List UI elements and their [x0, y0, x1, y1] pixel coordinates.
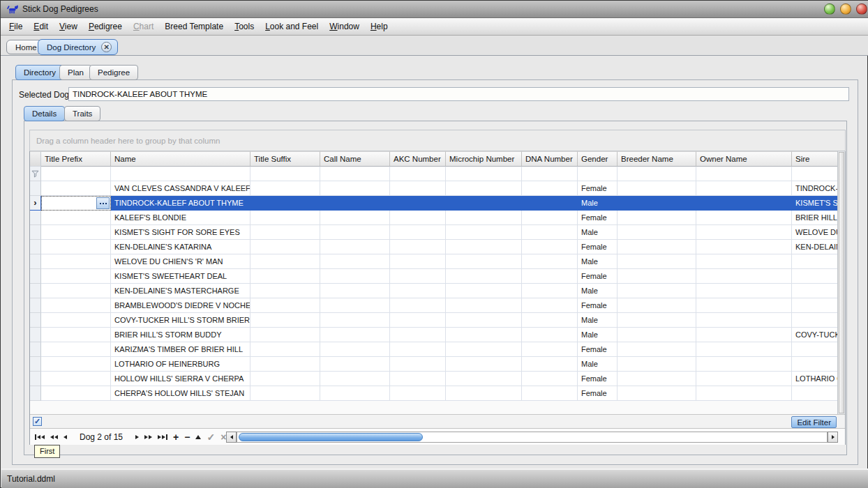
- cell-owner-name[interactable]: [696, 386, 792, 401]
- cell-sire[interactable]: [792, 298, 837, 313]
- cell-title-suffix[interactable]: [250, 254, 320, 269]
- cell-dna-number[interactable]: [522, 386, 578, 401]
- column-header-breeder-name[interactable]: Breeder Name: [618, 151, 696, 167]
- cell-breeder-name[interactable]: [618, 328, 696, 342]
- cell-sire[interactable]: [792, 284, 837, 298]
- tab-pedigree[interactable]: Pedigree: [89, 65, 138, 80]
- table-row[interactable]: WELOVE DU CHIEN'S 'R' MANMale: [30, 254, 837, 269]
- hscroll-left-button[interactable]: [226, 432, 237, 443]
- fast-forward-record-button[interactable]: [142, 432, 155, 443]
- cell-akc-number[interactable]: [390, 211, 446, 225]
- cell-sire[interactable]: [792, 254, 837, 269]
- cell-owner-name[interactable]: [696, 298, 792, 313]
- cell-title-prefix[interactable]: [41, 225, 111, 240]
- cell-microchip-number[interactable]: [446, 225, 522, 240]
- cell-owner-name[interactable]: [696, 357, 792, 372]
- cell-title-prefix[interactable]: [41, 386, 111, 401]
- cell-sire[interactable]: WELOVE DU (: [792, 225, 837, 240]
- menu-view[interactable]: View: [54, 20, 83, 33]
- menu-file[interactable]: File: [3, 20, 28, 33]
- cell-dna-number[interactable]: [522, 269, 578, 284]
- table-row[interactable]: BRIER HILL'S STORM BUDDYMaleCOVY-TUCKE: [30, 328, 837, 342]
- cell-dna-number[interactable]: [522, 240, 578, 254]
- cell-breeder-name[interactable]: [618, 386, 696, 401]
- cell-microchip-number[interactable]: [446, 342, 522, 357]
- cell-name[interactable]: HOLLOW HILLS' SIERRA V CHERPA: [111, 372, 250, 386]
- column-header-title-suffix[interactable]: Title Suffix: [250, 151, 320, 167]
- tab-dog-directory[interactable]: Dog Directory ✕: [38, 39, 118, 55]
- cell-call-name[interactable]: [320, 386, 390, 401]
- cell-breeder-name[interactable]: [618, 357, 696, 372]
- cell-owner-name[interactable]: [696, 181, 792, 196]
- cell-title-prefix[interactable]: [41, 240, 111, 254]
- menu-pedigree[interactable]: Pedigree: [83, 20, 128, 33]
- cell-dna-number[interactable]: [522, 342, 578, 357]
- cell-breeder-name[interactable]: [618, 342, 696, 357]
- column-header-name[interactable]: Name: [111, 151, 250, 167]
- cell-gender[interactable]: Male: [578, 328, 618, 342]
- prior-record-button[interactable]: [61, 432, 70, 443]
- cell-gender[interactable]: Male: [578, 225, 618, 240]
- column-header-dna-number[interactable]: DNA Number: [522, 151, 578, 167]
- filter-cell-title-suffix[interactable]: [250, 167, 320, 181]
- cell-title-suffix[interactable]: [250, 240, 320, 254]
- cell-sire[interactable]: COVY-TUCKE: [792, 328, 837, 342]
- cell-title-suffix[interactable]: [250, 328, 320, 342]
- cell-owner-name[interactable]: [696, 372, 792, 386]
- cell-breeder-name[interactable]: [618, 225, 696, 240]
- cell-akc-number[interactable]: [390, 240, 446, 254]
- cell-breeder-name[interactable]: [618, 254, 696, 269]
- tab-directory[interactable]: Directory: [15, 65, 64, 80]
- filter-cell-sire[interactable]: [792, 167, 837, 181]
- cell-sire[interactable]: KISMET'S SIG: [792, 196, 837, 211]
- table-row[interactable]: ›TINDROCK-KALEEF ABOUT THYMEMaleKISMET'S…: [30, 196, 837, 211]
- cell-akc-number[interactable]: [390, 196, 446, 211]
- cell-gender[interactable]: Male: [578, 284, 618, 298]
- cell-call-name[interactable]: [320, 313, 390, 328]
- filter-cell-name[interactable]: [111, 167, 250, 181]
- cell-sire[interactable]: TINDROCK-K: [792, 181, 837, 196]
- cell-dna-number[interactable]: [522, 225, 578, 240]
- cell-name[interactable]: KEN-DELAINE'S MASTERCHARGE: [111, 284, 250, 298]
- cell-dna-number[interactable]: [522, 196, 578, 211]
- filter-cell-microchip-number[interactable]: [446, 167, 522, 181]
- cell-gender[interactable]: Male: [578, 254, 618, 269]
- menu-chart[interactable]: Chart: [128, 20, 159, 33]
- cell-title-suffix[interactable]: [250, 211, 320, 225]
- tab-close-icon[interactable]: ✕: [101, 42, 112, 52]
- cell-title-prefix[interactable]: [41, 328, 111, 342]
- tab-traits[interactable]: Traits: [64, 106, 100, 121]
- cell-call-name[interactable]: [320, 254, 390, 269]
- cell-sire[interactable]: [792, 357, 837, 372]
- cell-breeder-name[interactable]: [618, 372, 696, 386]
- cell-akc-number[interactable]: [390, 342, 446, 357]
- cell-title-suffix[interactable]: [250, 181, 320, 196]
- cell-microchip-number[interactable]: [446, 313, 522, 328]
- cell-call-name[interactable]: [320, 342, 390, 357]
- delete-record-button[interactable]: −: [181, 432, 193, 443]
- cell-call-name[interactable]: [320, 298, 390, 313]
- cell-call-name[interactable]: [320, 269, 390, 284]
- cell-call-name[interactable]: [320, 196, 390, 211]
- last-record-button[interactable]: [155, 432, 170, 443]
- cell-owner-name[interactable]: [696, 240, 792, 254]
- cell-name[interactable]: COVY-TUCKER HILL'S STORM BRIER: [111, 313, 250, 328]
- cell-call-name[interactable]: [320, 225, 390, 240]
- cell-microchip-number[interactable]: [446, 254, 522, 269]
- cell-akc-number[interactable]: [390, 269, 446, 284]
- cell-name[interactable]: KISMET'S SIGHT FOR SORE EYES: [111, 225, 250, 240]
- cell-microchip-number[interactable]: [446, 211, 522, 225]
- horizontal-scrollbar-thumb[interactable]: [239, 433, 423, 441]
- cell-title-suffix[interactable]: [250, 386, 320, 401]
- cell-microchip-number[interactable]: [446, 328, 522, 342]
- cell-sire[interactable]: KEN-DELAINE: [792, 240, 837, 254]
- cell-breeder-name[interactable]: [618, 313, 696, 328]
- cell-owner-name[interactable]: [696, 254, 792, 269]
- group-by-panel[interactable]: Drag a column header here to group by th…: [29, 130, 846, 151]
- cell-owner-name[interactable]: [696, 342, 792, 357]
- cell-call-name[interactable]: [320, 211, 390, 225]
- edit-filter-button[interactable]: Edit Filter: [791, 416, 837, 428]
- table-row[interactable]: KARIZMA'S TIMBER OF BRIER HILLFemale: [30, 342, 837, 357]
- cell-name[interactable]: CHERPA'S HOLLOW HILLS' STEJAN: [111, 386, 250, 401]
- cell-gender[interactable]: Female: [578, 372, 618, 386]
